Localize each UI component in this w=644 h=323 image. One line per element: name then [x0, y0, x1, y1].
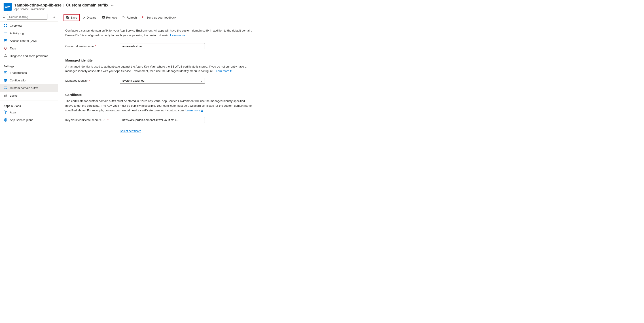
custom-domain-name-input[interactable]: [120, 43, 205, 49]
settings-section-header: Settings: [0, 62, 58, 69]
custom-domain-name-label: Custom domain name *: [65, 44, 114, 48]
svg-rect-8: [4, 34, 6, 34]
select-certificate-link[interactable]: Select certificate: [120, 129, 141, 133]
apps-plans-section-header: Apps & Plans: [0, 101, 58, 108]
svg-point-22: [5, 81, 6, 82]
sidebar-item-ip-addresses[interactable]: IP addresses: [0, 69, 58, 76]
refresh-label: Refresh: [126, 16, 137, 19]
sidebar-item-label: App Service plans: [10, 118, 33, 122]
search-icon: [3, 16, 6, 18]
sidebar-item-label: Overview: [10, 24, 22, 27]
feedback-button[interactable]: Send us your feedback: [140, 14, 178, 20]
svg-rect-2: [4, 24, 5, 25]
certificate-learn-more-link[interactable]: Learn more: [185, 109, 204, 112]
sidebar-item-diagnose[interactable]: Diagnose and solve problems: [0, 52, 58, 60]
sidebar-item-access-control[interactable]: Access control (IAM): [0, 37, 58, 44]
feedback-icon: [142, 16, 145, 20]
svg-point-39: [144, 16, 144, 17]
tags-icon: [4, 46, 8, 50]
svg-point-21: [6, 80, 6, 81]
search-input[interactable]: [7, 14, 48, 20]
svg-rect-4: [4, 26, 5, 27]
svg-rect-13: [4, 72, 7, 74]
required-indicator: *: [94, 44, 96, 48]
sidebar-item-app-service-plans[interactable]: App Service plans: [0, 116, 58, 124]
sidebar-item-label: Activity log: [10, 32, 24, 35]
managed-identity-row: Managed identity * System assigned User …: [65, 78, 252, 84]
remove-icon: [102, 16, 105, 20]
certificate-section-title: Certificate: [65, 93, 252, 97]
discard-button[interactable]: ✕ Discard: [81, 15, 99, 20]
apps-plans-divider: [0, 100, 58, 100]
activity-log-icon: [4, 31, 8, 35]
key-vault-url-input[interactable]: [120, 117, 205, 123]
external-link-icon: [230, 70, 232, 72]
sidebar-item-label: Diagnose and solve problems: [10, 54, 48, 58]
sidebar-item-tags[interactable]: Tags: [0, 44, 58, 52]
learn-more-link[interactable]: Learn more: [170, 34, 185, 37]
svg-rect-6: [4, 32, 7, 32]
svg-rect-36: [102, 16, 104, 18]
refresh-button[interactable]: Refresh: [120, 14, 139, 20]
certificate-description: The certificate for custom domain suffix…: [65, 99, 252, 113]
refresh-icon: [122, 16, 126, 20]
required-indicator: *: [88, 79, 90, 82]
section-divider-1: [65, 54, 252, 54]
sidebar-item-overview[interactable]: Overview: [0, 22, 58, 29]
sidebar-item-locks[interactable]: Locks: [0, 92, 58, 99]
header-subtitle: App Service Environment: [14, 8, 114, 11]
diagnose-icon: [4, 54, 8, 58]
sidebar-item-configuration[interactable]: Configuration: [0, 76, 58, 84]
access-control-icon: [4, 39, 8, 43]
save-button[interactable]: Save: [64, 14, 80, 21]
sidebar-item-custom-domain-suffix[interactable]: www Custom domain suffix: [0, 84, 58, 92]
content-body: Configure a custom domain suffix for you…: [58, 23, 260, 138]
overview-icon: [4, 24, 8, 28]
resource-icon: www: [4, 3, 12, 11]
svg-rect-34: [67, 16, 68, 17]
external-link-icon-2: [201, 110, 204, 112]
custom-domain-icon: www: [4, 86, 8, 90]
main-description: Configure a custom domain suffix for you…: [65, 28, 252, 38]
sidebar-item-activity-log[interactable]: Activity log: [0, 29, 58, 37]
search-box: «: [0, 12, 58, 22]
svg-rect-28: [6, 112, 7, 114]
svg-text:www: www: [4, 88, 8, 89]
key-vault-url-label: Key Vault certificate secret URL *: [65, 118, 114, 122]
header-ellipsis[interactable]: ···: [111, 3, 114, 8]
svg-rect-3: [6, 24, 7, 25]
required-indicator: *: [107, 118, 109, 122]
app-service-plans-icon: [4, 118, 8, 122]
discard-icon: ✕: [83, 16, 86, 20]
remove-button[interactable]: Remove: [100, 14, 119, 20]
page-header: www sample-cdns-app-ilb-ase | Custom dom…: [0, 0, 644, 12]
managed-identity-select-wrapper: System assigned User assigned ⌄: [120, 78, 205, 84]
sidebar-item-label: Tags: [10, 47, 16, 50]
svg-line-40: [231, 70, 232, 72]
configuration-icon: [4, 78, 8, 82]
collapse-button[interactable]: «: [53, 15, 55, 19]
resource-name: sample-cdns-app-ilb-ase: [14, 3, 62, 8]
toolbar: Save ✕ Discard Remove Refresh: [58, 12, 644, 23]
header-title-block: sample-cdns-app-ilb-ase | Custom domain …: [14, 3, 114, 11]
feedback-label: Send us your feedback: [146, 16, 176, 19]
svg-rect-27: [4, 111, 5, 114]
svg-point-0: [3, 16, 5, 18]
managed-identity-learn-more-link[interactable]: Learn more: [214, 69, 232, 73]
discard-label: Discard: [87, 16, 96, 19]
sidebar-item-label: Configuration: [10, 79, 27, 82]
managed-identity-label: Managed identity *: [65, 79, 114, 82]
settings-divider: [0, 60, 58, 61]
svg-point-9: [4, 39, 6, 41]
svg-point-11: [5, 48, 5, 48]
remove-label: Remove: [106, 16, 117, 19]
content-area: Save ✕ Discard Remove Refresh: [58, 12, 644, 323]
svg-rect-5: [6, 26, 7, 27]
sidebar-item-apps[interactable]: Apps: [0, 108, 58, 116]
save-icon: [66, 16, 69, 20]
svg-line-1: [5, 18, 5, 18]
managed-identity-select[interactable]: System assigned User assigned: [120, 78, 205, 84]
ip-addresses-icon: [4, 71, 8, 75]
sidebar-item-label: IP addresses: [10, 71, 27, 74]
svg-point-10: [6, 39, 7, 41]
